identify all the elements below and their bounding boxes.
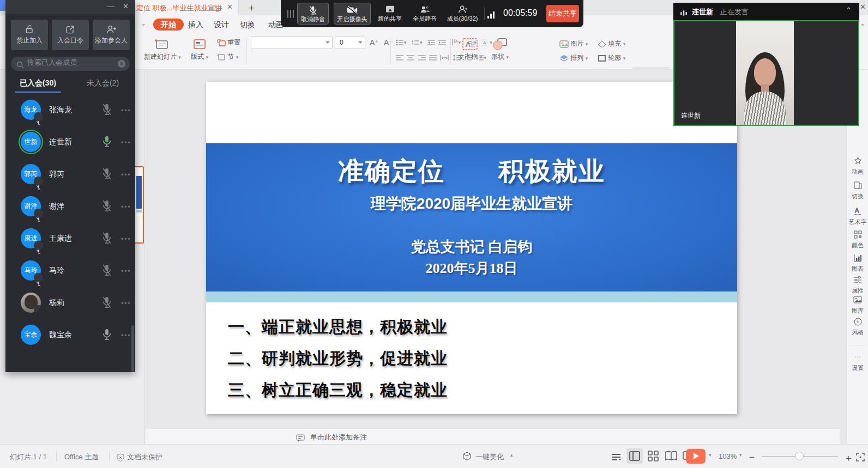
new-slide-button[interactable]: 新建幻灯片 ▾ [144,36,179,62]
zoom-in-button[interactable]: ＋ [844,452,853,464]
zoom-dropdown-icon[interactable]: ▾ [739,452,742,458]
unmute-button[interactable]: 取消静音 [297,3,329,25]
meeting-control-bar[interactable]: 取消静音 开启摄像头 新的共享 全员静音 成员(30/32) [281,0,583,27]
protection-status[interactable]: 文档未保护 [127,452,162,462]
video-header[interactable]: 连世新 正在发言 ⌃ [673,3,859,20]
video-collapse-icon[interactable]: ⌃ [846,6,852,14]
view-normal-icon[interactable] [629,451,640,461]
layout-button[interactable]: 版式 ▾ [186,36,213,62]
slide-point-3[interactable]: 三、树立正确三观，稳定就业 [228,379,719,402]
mic-muted-icon[interactable] [101,296,113,310]
participant-row[interactable]: 宝余 魏宝余 ••• [5,319,135,351]
speaker-video-window[interactable]: 连世新 正在发言 ⌃ 连世新 [673,3,859,126]
more-actions-icon[interactable]: ••• [121,332,131,339]
play-dropdown-icon[interactable]: ▾ [709,452,712,458]
section-button[interactable]: 节 ▾ [217,52,238,62]
video-feed[interactable]: 连世新 [673,20,859,126]
sidebar-properties[interactable]: 属性 [847,276,868,295]
sidebar-animation[interactable]: 动画 [847,157,868,176]
fill-button[interactable]: 填充 ▾ [598,39,625,48]
increase-font-button[interactable]: A⁺ [370,38,379,47]
arrange-button[interactable]: 排列 ▾ [559,53,588,63]
participant-row[interactable]: 海龙 张海龙 ••• [5,94,135,126]
tab-not-joined[interactable]: 未入会(2) [70,78,135,88]
font-size-combo[interactable]: 0 [335,37,365,49]
new-share-button[interactable]: 新的共享 [375,3,405,25]
panel-minimize-icon[interactable]: — [107,2,114,10]
slide-speaker[interactable]: 党总支书记 白启钧 [206,237,737,257]
slide-subtitle[interactable]: 理学院2020届毕业生就业宣讲 [206,193,737,214]
members-button[interactable]: 成员(30/32) [444,3,480,25]
participant-row[interactable]: 郭芮 郭芮 ••• [5,158,135,190]
camera-button[interactable]: 开启摄像头 [334,3,371,25]
reset-button[interactable]: 重置 [217,38,240,47]
align-right-icon[interactable] [418,53,426,61]
slide-point-1[interactable]: 一、端正就业思想，积极就业 [228,316,719,338]
window-close-button[interactable]: ✕ [860,3,866,11]
panel-scrollbar[interactable] [131,325,134,372]
end-share-button[interactable]: 结束共享 [546,5,579,22]
more-actions-icon[interactable]: ••• [121,268,131,275]
zoom-percent[interactable]: 103% [719,452,737,460]
new-document-tab-button[interactable]: ＋ [246,1,256,14]
increase-indent-icon[interactable] [438,38,446,46]
zoom-out-button[interactable]: − [749,452,755,463]
theme-name[interactable]: Office 主题 [64,452,99,462]
align-left-icon[interactable] [396,53,403,61]
more-actions-icon[interactable]: ••• [121,171,131,179]
mic-on-icon[interactable] [101,328,113,342]
view-sorter-icon[interactable] [648,451,659,461]
search-input[interactable] [27,58,109,66]
numbered-list-icon[interactable]: 12 [412,38,420,46]
mic-muted-icon[interactable] [101,167,113,181]
slide[interactable]: 准确定位 积极就业 理学院2020届毕业生就业宣讲 党总支书记 白启钧 2020… [206,82,737,414]
tab-insert[interactable]: 插入 [188,19,203,31]
slide-point-2[interactable]: 二、研判就业形势，促进就业 [228,348,719,370]
wps-home-tab-sliver[interactable] [0,0,5,11]
beautify-collapse-icon[interactable]: ▴ [510,452,513,458]
align-center-icon[interactable] [407,53,414,61]
panel-titlebar[interactable]: — ✕ [5,0,135,14]
font-name-combo[interactable] [251,37,333,49]
meeting-code-button[interactable]: 入会口令 [52,20,89,50]
more-actions-icon[interactable]: ••• [121,107,131,114]
tab-design[interactable]: 设计 [214,19,229,31]
sidebar-color[interactable]: 颜色 [847,230,868,250]
more-actions-icon[interactable]: ••• [121,203,131,211]
participant-row[interactable]: 马玲 马玲 ••• [5,254,135,287]
document-tab-close-icon[interactable]: ✕ [227,3,233,11]
slide-thumbnail-selected[interactable] [134,166,144,244]
mic-muted-icon[interactable] [101,264,113,278]
sidebar-transition[interactable]: 切换 [847,181,868,200]
slide-title[interactable]: 准确定位 积极就业 [206,154,737,189]
outline-button[interactable]: 轮廓 ▾ [598,53,625,63]
participant-row[interactable]: 世新 连世新 ••• [5,126,135,158]
sidebar-chart[interactable]: 图表 [847,254,868,273]
notes-toggle-icon[interactable] [612,452,623,461]
participant-row[interactable]: 杨莉 ••• [5,287,135,319]
drag-handle-icon[interactable] [287,10,294,18]
view-reading-icon[interactable] [665,451,677,461]
more-actions-icon[interactable]: ••• [121,300,131,307]
sidebar-wordart[interactable]: A 艺术字 [847,207,868,226]
participant-row[interactable]: 谢洋 谢洋 ••• [5,190,135,222]
panel-close-icon[interactable]: ✕ [123,2,129,10]
picture-button[interactable]: 图片 ▾ [559,39,588,48]
bullet-list-icon[interactable] [396,38,404,46]
mic-muted-icon[interactable] [101,103,113,117]
participant-search[interactable]: ✕ [11,57,130,71]
beautify-button[interactable]: 一键美化 [475,452,504,462]
tab-home[interactable]: 开始 [153,19,184,31]
tab-transition[interactable]: 切换 [240,19,255,31]
mic-speaking-icon[interactable] [101,135,113,149]
play-slideshow-button[interactable] [686,449,706,464]
decrease-font-button[interactable]: A⁻ [384,38,393,47]
fit-screen-icon[interactable] [856,452,865,461]
distribute-icon[interactable] [440,53,449,61]
mute-all-button[interactable]: 全员静音 [408,3,441,25]
notes-bar[interactable]: 单击此处添加备注 [146,428,840,444]
zoom-slider-knob[interactable] [795,452,804,460]
notes-placeholder[interactable]: 单击此处添加备注 [310,433,367,442]
ribbon-collapse-icon[interactable]: ⌄ [141,20,146,27]
decrease-indent-icon[interactable] [427,38,435,46]
